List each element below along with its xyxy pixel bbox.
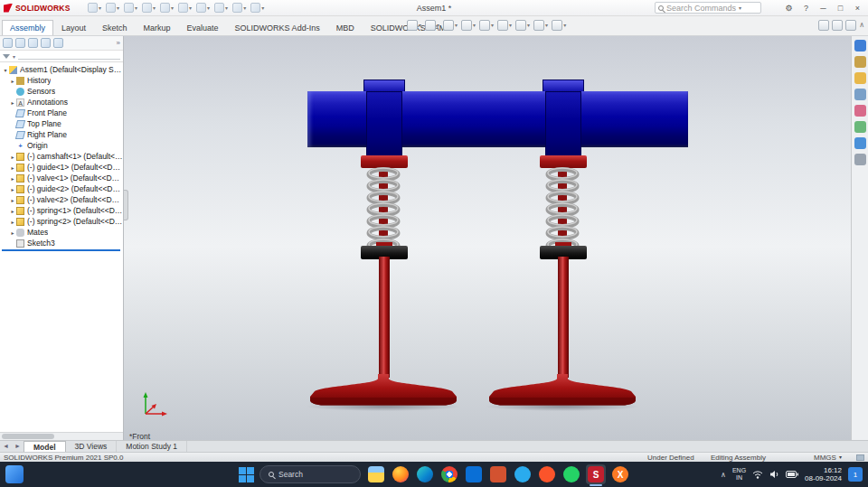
tree-item-assembly-0[interactable]: ▾Assem1 (Default<Display State-1>) — [0, 64, 123, 75]
tray-expand-icon[interactable]: ∧ — [721, 471, 726, 479]
tabs-prev-icon[interactable]: ◄ — [0, 441, 12, 452]
follower-cap-1[interactable] — [363, 80, 405, 91]
view-palette-icon[interactable] — [854, 89, 866, 100]
tree-item-part-11[interactable]: ▸(-) guide<2> (Default<<Default> — [0, 183, 123, 194]
valve-head-2[interactable] — [487, 374, 637, 408]
redo-button[interactable]: ▾ — [177, 2, 193, 14]
taskbar-app-brave[interactable] — [537, 464, 557, 484]
hide-show-items-button[interactable]: ▾ — [515, 20, 530, 31]
valve-stem-1[interactable] — [379, 257, 390, 378]
taskbar-search[interactable]: Search — [259, 465, 361, 483]
expand-arrow-icon[interactable]: ▸ — [9, 186, 16, 192]
panel-pin-icon[interactable] — [818, 20, 829, 31]
expand-arrow-icon[interactable]: ▸ — [9, 164, 16, 171]
tree-item-part-10[interactable]: ▸(-) valve<1> (Default<<Default> — [0, 173, 123, 183]
file-properties-button[interactable]: ▾ — [231, 2, 247, 14]
expand-arrow-icon[interactable]: ▸ — [9, 78, 16, 84]
zoom-fit-button[interactable]: ▾ — [407, 20, 421, 31]
expand-arrow-icon[interactable]: ▸ — [9, 229, 16, 236]
ribbon-tab-sketch[interactable]: Sketch — [94, 20, 136, 35]
follower-cap-2[interactable] — [542, 80, 584, 91]
configurationmanager-icon[interactable] — [28, 38, 38, 48]
help-icon[interactable]: ? — [797, 1, 815, 15]
tree-item-part-12[interactable]: ▸(-) valve<2> (Default<<Default> — [0, 194, 123, 205]
scrollbar-thumb[interactable] — [2, 434, 54, 439]
filter-input[interactable] — [18, 52, 120, 60]
taskbar-app-edge[interactable] — [415, 464, 435, 484]
taskbar-app-chrome[interactable] — [439, 464, 459, 484]
expand-arrow-icon[interactable]: ▸ — [9, 208, 16, 214]
subscription-services-icon[interactable] — [854, 154, 866, 165]
taskbar-app-xampp[interactable]: X — [610, 464, 630, 484]
options-gear-icon[interactable]: ⚙ — [780, 1, 797, 15]
units-caret-icon[interactable]: ▾ — [839, 454, 842, 460]
expand-arrow-icon[interactable]: ▸ — [9, 197, 16, 203]
taskbar-app-microsoft-store[interactable] — [464, 464, 484, 484]
previous-view-button[interactable]: ▾ — [443, 20, 458, 31]
tab-model[interactable]: Model — [24, 441, 66, 452]
minimize-button[interactable]: ─ — [815, 1, 832, 15]
ribbon-tab-layout[interactable]: Layout — [53, 20, 94, 35]
tab-motion-study-1[interactable]: Motion Study 1 — [117, 441, 187, 452]
tree-item-history-1[interactable]: ▸History — [0, 75, 123, 86]
panel-chevron-icon[interactable]: » — [117, 39, 120, 47]
tree-item-part-8[interactable]: ▸(-) camshaft<1> (Default<<Defa... — [0, 151, 123, 162]
propertymanager-icon[interactable] — [15, 38, 25, 48]
file-explorer-icon[interactable] — [854, 72, 866, 84]
notification-badge[interactable]: 1 — [848, 467, 863, 482]
filter-caret-icon[interactable]: ▾ — [13, 53, 15, 60]
expand-arrow-icon[interactable]: ▸ — [9, 154, 16, 160]
valve-head-1[interactable] — [308, 374, 458, 408]
spring-collar-1[interactable] — [361, 155, 408, 168]
close-button[interactable]: × — [849, 1, 866, 15]
maximize-button[interactable]: □ — [832, 1, 849, 15]
graphics-viewport[interactable]: *Front — [124, 36, 851, 440]
taskbar-app-firefox[interactable] — [391, 464, 410, 484]
tree-item-annotations-3[interactable]: ▸AAnnotations — [0, 97, 123, 108]
taskbar-app-solidworks[interactable]: S — [586, 464, 606, 484]
tree-item-part-13[interactable]: ▸(-) spring<1> (Default<<Default... — [0, 205, 123, 216]
print-button[interactable]: ▾ — [141, 2, 156, 14]
ribbon-collapse-icon[interactable]: ∧ — [859, 22, 864, 29]
display-style-button[interactable]: ▾ — [497, 20, 512, 31]
view-orientation-button[interactable]: ▾ — [479, 20, 494, 31]
widgets-icon[interactable] — [5, 465, 24, 483]
tree-item-mates-15[interactable]: ▸Mates — [0, 227, 123, 238]
save-button[interactable]: ▾ — [123, 2, 138, 14]
tree-item-plane-6[interactable]: Right Plane — [0, 129, 123, 140]
search-commands-input[interactable]: Search Commands ▾ — [655, 2, 761, 14]
tree-item-sketch-16[interactable]: Sketch3 — [0, 238, 123, 248]
expand-arrow-icon[interactable]: ▾ — [2, 67, 9, 73]
expand-arrow-icon[interactable]: ▸ — [9, 99, 16, 106]
undo-button[interactable]: ▾ — [159, 2, 175, 14]
follower-block-2[interactable] — [545, 91, 581, 161]
section-view-button[interactable]: ▾ — [461, 20, 476, 31]
ribbon-tab-markup[interactable]: Markup — [136, 20, 179, 35]
volume-icon[interactable] — [769, 470, 779, 479]
open-button[interactable]: ▾ — [105, 2, 120, 14]
taskbar-app-powerpoint[interactable] — [488, 464, 508, 484]
clock[interactable]: 16:12 08-09-2024 — [805, 466, 842, 482]
follower-block-1[interactable] — [366, 91, 402, 161]
rebuild-button[interactable]: ▾ — [213, 2, 229, 14]
panel-float-icon[interactable] — [832, 20, 843, 31]
tree-item-plane-5[interactable]: Top Plane — [0, 118, 123, 129]
taskbar-app-telegram[interactable] — [513, 464, 533, 484]
tree-item-sensors-2[interactable]: Sensors — [0, 86, 123, 97]
tree-horizontal-scrollbar[interactable] — [0, 432, 123, 440]
expand-arrow-icon[interactable]: ▸ — [9, 219, 16, 225]
ribbon-tab-assembly[interactable]: Assembly — [2, 20, 53, 35]
ribbon-tab-mbd[interactable]: MBD — [328, 20, 363, 35]
taskbar-app-file-explorer[interactable] — [366, 464, 386, 484]
units-selector[interactable]: MMGS — [814, 454, 836, 462]
network-icon[interactable] — [752, 470, 763, 479]
language-indicator[interactable]: ENG IN — [732, 467, 746, 482]
status-tag-icon[interactable] — [856, 454, 864, 461]
forum-icon[interactable] — [854, 137, 866, 149]
windows-start-button[interactable] — [238, 466, 254, 482]
featuremanager-design-tree-icon[interactable] — [3, 38, 13, 48]
rollback-bar[interactable] — [2, 249, 120, 251]
design-library-icon[interactable] — [854, 56, 866, 68]
spring-collar-2[interactable] — [540, 155, 587, 168]
tabs-next-icon[interactable]: ► — [12, 441, 24, 452]
